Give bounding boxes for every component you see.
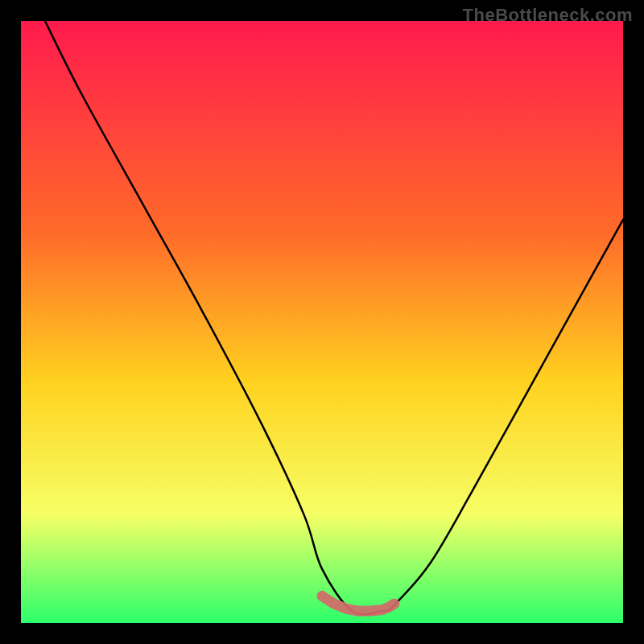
gradient-background	[21, 21, 623, 623]
watermark-text: TheBottleneck.com	[463, 5, 633, 26]
chart-frame: TheBottleneck.com	[0, 0, 644, 644]
bottleneck-plot	[21, 21, 623, 623]
plot-area	[21, 21, 623, 623]
